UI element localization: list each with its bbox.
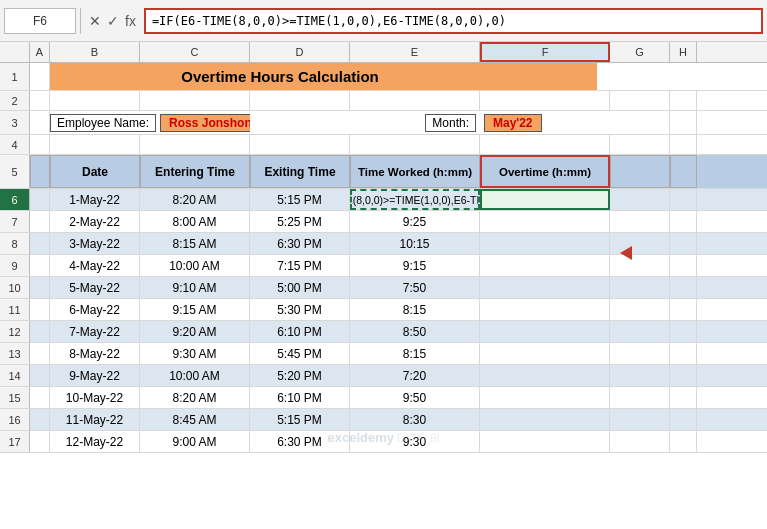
cell-c11[interactable]: 9:15 AM bbox=[140, 299, 250, 320]
cell-d8[interactable]: 6:30 PM bbox=[250, 233, 350, 254]
cell-e10[interactable]: 7:50 bbox=[350, 277, 480, 298]
cell-b8[interactable]: 3-May-22 bbox=[50, 233, 140, 254]
cell-d7[interactable]: 5:25 PM bbox=[250, 211, 350, 232]
col-header-c[interactable]: C bbox=[140, 42, 250, 62]
cell-f17[interactable] bbox=[480, 431, 610, 452]
cell-g16[interactable] bbox=[610, 409, 670, 430]
cell-d10[interactable]: 5:00 PM bbox=[250, 277, 350, 298]
cell-g4[interactable] bbox=[610, 135, 670, 154]
cell-e2[interactable] bbox=[350, 91, 480, 110]
cell-h15[interactable] bbox=[670, 387, 697, 408]
cell-e16[interactable]: 8:30 bbox=[350, 409, 480, 430]
cell-a7[interactable] bbox=[30, 211, 50, 232]
cell-d9[interactable]: 7:15 PM bbox=[250, 255, 350, 276]
cell-g12[interactable] bbox=[610, 321, 670, 342]
col-header-b[interactable]: B bbox=[50, 42, 140, 62]
cell-b9[interactable]: 4-May-22 bbox=[50, 255, 140, 276]
cell-f11[interactable] bbox=[480, 299, 610, 320]
cell-b13[interactable]: 8-May-22 bbox=[50, 343, 140, 364]
cell-b15[interactable]: 10-May-22 bbox=[50, 387, 140, 408]
cell-h7[interactable] bbox=[670, 211, 697, 232]
cell-c6-enter[interactable]: 8:20 AM bbox=[140, 189, 250, 210]
cell-h12[interactable] bbox=[670, 321, 697, 342]
cell-d15[interactable]: 6:10 PM bbox=[250, 387, 350, 408]
cell-b16[interactable]: 11-May-22 bbox=[50, 409, 140, 430]
cell-h6[interactable] bbox=[670, 189, 697, 210]
cell-h16[interactable] bbox=[670, 409, 697, 430]
cell-d14[interactable]: 5:20 PM bbox=[250, 365, 350, 386]
cell-h17[interactable] bbox=[670, 431, 697, 452]
cell-h3[interactable] bbox=[670, 111, 697, 134]
cell-d3[interactable] bbox=[250, 111, 350, 134]
cell-h1[interactable] bbox=[570, 63, 597, 90]
cell-g2[interactable] bbox=[610, 91, 670, 110]
cell-h10[interactable] bbox=[670, 277, 697, 298]
cell-f8[interactable] bbox=[480, 233, 610, 254]
cell-h4[interactable] bbox=[670, 135, 697, 154]
cell-g17[interactable] bbox=[610, 431, 670, 452]
formula-input[interactable]: =IF(E6-TIME(8,0,0)>=TIME(1,0,0),E6-TIME(… bbox=[144, 8, 763, 34]
cell-b11[interactable]: 6-May-22 bbox=[50, 299, 140, 320]
cell-h2[interactable] bbox=[670, 91, 697, 110]
col-header-h[interactable]: H bbox=[670, 42, 697, 62]
cell-e17[interactable]: 9:30 bbox=[350, 431, 480, 452]
cell-e4[interactable] bbox=[350, 135, 480, 154]
cell-f10[interactable] bbox=[480, 277, 610, 298]
cell-a10[interactable] bbox=[30, 277, 50, 298]
cell-h11[interactable] bbox=[670, 299, 697, 320]
cell-e6-worked[interactable]: =IF(E6-TIME(8,0,0)>=TIME(1,0,0),E6-TIME(… bbox=[350, 189, 480, 210]
cell-g10[interactable] bbox=[610, 277, 670, 298]
cell-g14[interactable] bbox=[610, 365, 670, 386]
col-header-e[interactable]: E bbox=[350, 42, 480, 62]
cell-f16[interactable] bbox=[480, 409, 610, 430]
cell-g11[interactable] bbox=[610, 299, 670, 320]
cell-e14[interactable]: 7:20 bbox=[350, 365, 480, 386]
cell-c9[interactable]: 10:00 AM bbox=[140, 255, 250, 276]
cell-c7[interactable]: 8:00 AM bbox=[140, 211, 250, 232]
cell-a9[interactable] bbox=[30, 255, 50, 276]
cell-a6[interactable] bbox=[30, 189, 50, 210]
cell-f2[interactable] bbox=[480, 91, 610, 110]
cell-d6-exit[interactable]: 5:15 PM bbox=[250, 189, 350, 210]
cell-c4[interactable] bbox=[140, 135, 250, 154]
cell-g9[interactable] bbox=[610, 255, 670, 276]
cell-a4[interactable] bbox=[30, 135, 50, 154]
cell-g1[interactable] bbox=[510, 63, 570, 90]
cell-f4[interactable] bbox=[480, 135, 610, 154]
cell-d4[interactable] bbox=[250, 135, 350, 154]
col-header-d[interactable]: D bbox=[250, 42, 350, 62]
cell-c10[interactable]: 9:10 AM bbox=[140, 277, 250, 298]
cell-b17[interactable]: 12-May-22 bbox=[50, 431, 140, 452]
cell-c17[interactable]: 9:00 AM bbox=[140, 431, 250, 452]
cell-e8[interactable]: 10:15 bbox=[350, 233, 480, 254]
cell-a11[interactable] bbox=[30, 299, 50, 320]
cell-e13[interactable]: 8:15 bbox=[350, 343, 480, 364]
cell-b2[interactable] bbox=[50, 91, 140, 110]
cell-g3[interactable] bbox=[610, 111, 670, 134]
cell-c15[interactable]: 8:20 AM bbox=[140, 387, 250, 408]
cell-a16[interactable] bbox=[30, 409, 50, 430]
function-icon[interactable]: fx bbox=[125, 13, 136, 29]
cell-f7[interactable] bbox=[480, 211, 610, 232]
confirm-icon[interactable]: ✓ bbox=[107, 13, 119, 29]
cell-g8[interactable] bbox=[610, 233, 670, 254]
cell-a8[interactable] bbox=[30, 233, 50, 254]
cell-b7[interactable]: 2-May-22 bbox=[50, 211, 140, 232]
cell-b4[interactable] bbox=[50, 135, 140, 154]
cell-e7[interactable]: 9:25 bbox=[350, 211, 480, 232]
cell-d13[interactable]: 5:45 PM bbox=[250, 343, 350, 364]
col-header-f[interactable]: F bbox=[480, 42, 610, 62]
cell-e15[interactable]: 9:50 bbox=[350, 387, 480, 408]
cell-a14[interactable] bbox=[30, 365, 50, 386]
cell-g7[interactable] bbox=[610, 211, 670, 232]
cell-d12[interactable]: 6:10 PM bbox=[250, 321, 350, 342]
cell-e9[interactable]: 9:15 bbox=[350, 255, 480, 276]
col-header-a[interactable]: A bbox=[30, 42, 50, 62]
cell-a15[interactable] bbox=[30, 387, 50, 408]
name-box[interactable]: F6 bbox=[4, 8, 76, 34]
cell-f15[interactable] bbox=[480, 387, 610, 408]
cell-f14[interactable] bbox=[480, 365, 610, 386]
cell-b6-date[interactable]: 1-May-22 bbox=[50, 189, 140, 210]
cell-f13[interactable] bbox=[480, 343, 610, 364]
cell-a2[interactable] bbox=[30, 91, 50, 110]
